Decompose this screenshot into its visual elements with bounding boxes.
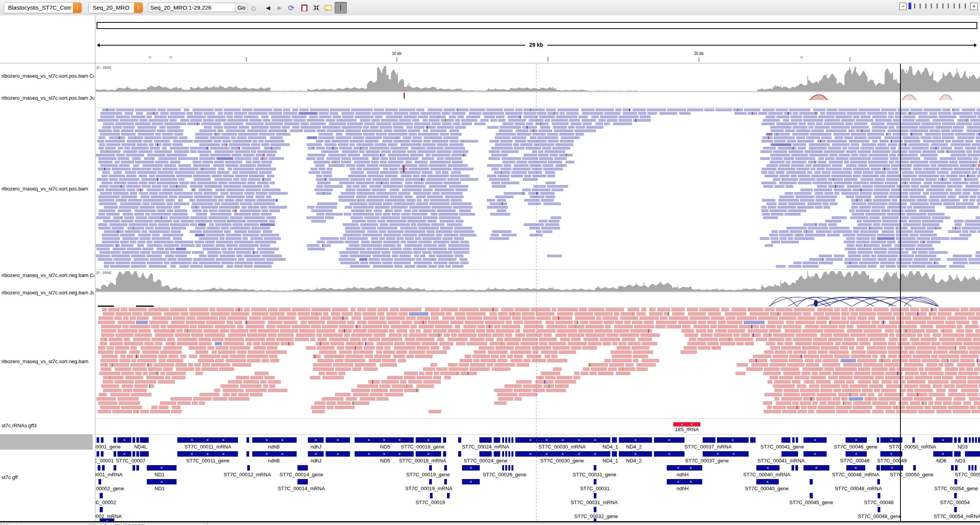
gene-feature[interactable] [458,451,461,457]
genome-select[interactable]: Blastocystis_ST7C_Com... ▲▼ [4,2,82,13]
gene-feature[interactable] [878,507,880,512]
gene-feature[interactable] [508,451,510,457]
gene-feature[interactable] [796,437,798,443]
back-icon[interactable]: ◀ [263,3,273,13]
gene-feature[interactable]: < [846,437,867,443]
gene-feature[interactable]: << [703,451,749,457]
gene-feature[interactable] [458,437,461,443]
gene-feature[interactable] [955,479,957,484]
zoom-out-button[interactable]: − [899,3,907,10]
gene-feature[interactable] [494,451,500,457]
gene-feature[interactable]: << [667,465,702,471]
gene-feature[interactable] [594,479,596,484]
gene-feature[interactable] [781,451,798,457]
gene-feature[interactable] [114,451,116,457]
gene-feature[interactable] [297,465,308,471]
gene-feature[interactable]: < [933,437,953,443]
track-label-pos-coverage[interactable]: ribozero_rnaseq_vs_st7c.sort.pos.bam Cov [2,73,94,79]
chromosome-select[interactable]: Seq_20_MRO ▲▼ [88,2,143,13]
gene-feature[interactable] [429,479,432,484]
gene-feature[interactable] [429,465,432,471]
gene-feature[interactable] [511,465,513,471]
gene-feature[interactable] [750,437,756,443]
gene-feature[interactable] [594,493,596,498]
zoom-tick[interactable] [920,3,921,8]
pos-coverage-histogram[interactable] [96,65,980,92]
zoom-tick[interactable] [965,3,966,8]
gene-feature[interactable]: < [933,451,953,457]
gene-feature[interactable] [505,437,507,443]
gene-feature[interactable] [444,465,447,471]
tooltip-icon[interactable] [323,3,333,13]
pos-alignment-reads-canvas[interactable] [96,109,980,268]
gene-feature[interactable] [612,437,617,443]
gene-feature[interactable] [955,465,958,471]
zoom-tick[interactable] [909,3,911,9]
gene-feature[interactable] [954,437,957,443]
gene-feature[interactable]: < [880,451,902,457]
gene-feature[interactable] [612,451,617,457]
gene-feature[interactable]: < [416,451,441,457]
zoom-tick[interactable] [943,3,943,8]
snapshot-icon[interactable] [299,3,309,13]
gene-feature[interactable] [140,451,149,457]
gene-feature[interactable] [447,493,450,498]
gene-feature[interactable] [958,437,961,443]
gene-feature[interactable] [443,437,446,443]
gene-feature[interactable] [511,437,513,443]
gene-feature[interactable]: < [117,437,131,443]
gene-feature[interactable]: < [462,465,480,471]
zoom-tick[interactable] [914,3,915,8]
gene-feature[interactable]: <<<<< [515,437,610,443]
gene-feature[interactable]: < [117,451,131,457]
gene-feature[interactable] [878,493,880,498]
chromosome-ideogram[interactable] [97,22,977,29]
gene-feature[interactable] [965,451,980,457]
gene-feature[interactable]: < [756,479,779,484]
gene-feature[interactable] [511,451,513,457]
gene-feature[interactable] [594,465,596,471]
gene-feature[interactable] [594,507,596,512]
gene-feature[interactable]: < [147,465,177,471]
refresh-icon[interactable]: ⟳ [286,3,296,13]
gene-feature[interactable] [114,465,116,471]
gene-feature[interactable] [505,451,507,457]
gene-feature[interactable] [913,465,916,471]
home-icon[interactable]: ⌂ [248,3,258,13]
gene-feature[interactable]: >>> [355,451,414,457]
forward-icon[interactable]: ▶ [275,3,285,13]
track-label-pos-alignments[interactable]: ribozero_rnaseq_vs_st7c.sort.pos.bam [2,186,94,192]
gene-feature[interactable]: < [654,437,684,443]
gene-feature[interactable] [781,437,790,443]
gene-feature[interactable] [136,437,139,443]
gene-feature[interactable] [975,437,977,443]
gene-feature[interactable]: <<<<< [515,451,610,457]
rrna-feature[interactable]: << [673,422,700,426]
gene-feature[interactable] [100,493,103,498]
gene-feature[interactable]: < [717,437,749,443]
gene-feature[interactable]: < [147,479,177,484]
region-marker-icon[interactable] [148,56,152,61]
neg-coverage-histogram[interactable] [96,270,980,292]
gene-feature[interactable]: < [654,451,684,457]
gene-feature[interactable] [954,507,957,512]
gene-feature[interactable]: > [308,451,324,457]
gene-feature[interactable] [954,493,957,498]
gene-feature[interactable] [791,465,794,471]
gene-feature[interactable] [502,451,504,457]
gene-feature[interactable] [132,451,135,457]
gene-feature[interactable]: > [326,451,350,457]
gene-feature[interactable] [100,507,103,512]
gene-feature[interactable] [810,493,813,498]
gene-feature[interactable] [975,465,977,471]
gene-feature[interactable] [877,437,879,443]
gene-feature[interactable] [795,465,798,471]
gene-feature[interactable] [912,437,915,443]
track-label-neg-junctions[interactable]: ribozero_rnaseq_vs_st7c.sort.neg.bam Jun [2,290,94,296]
gene-feature[interactable] [132,465,135,471]
pos-junction-track[interactable] [96,92,980,107]
track-label-pos-junctions[interactable]: ribozero_rnaseq_vs_st7c.sort.pos.bam Jun [2,95,94,101]
gene-feature[interactable]: <<< [177,437,238,443]
gene-feature[interactable] [954,451,961,457]
gene-feature[interactable]: < [100,518,114,521]
